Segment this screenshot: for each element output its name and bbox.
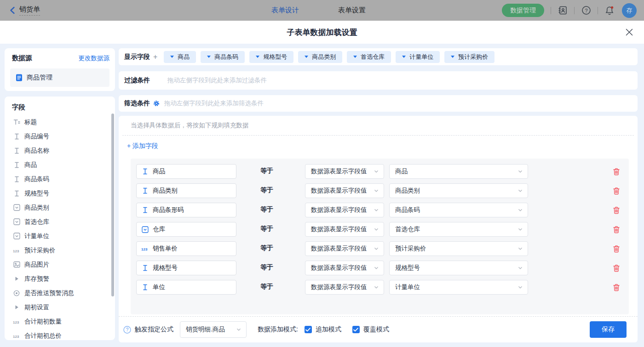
delete-icon[interactable] [613,245,620,253]
datasource-item[interactable]: 商品管理 [10,68,109,87]
mode-checkbox[interactable]: 追加模式 [305,325,341,334]
field-list-item[interactable]: 123合计期初数量 [5,314,115,329]
formula-help-icon[interactable]: ? [123,326,131,334]
rule-value-select[interactable]: 商品 [389,164,528,179]
fields-title: 字段 [12,103,115,112]
rule-source-select[interactable]: 数据源表显示字段值 [305,203,384,217]
field-list-item[interactable]: 库存预警 [5,272,115,286]
fields-scrollbar[interactable] [111,114,114,296]
datasource-card: 数据源 更改数据源 商品管理 [5,48,115,91]
field-list-item[interactable]: 商品编号 [5,129,115,143]
text-field-icon [141,264,149,272]
close-icon[interactable] [626,28,633,36]
rule-field-input[interactable]: 单位 [136,280,236,295]
field-label: 期初设置 [24,303,49,312]
fill-rule-row: 单位等于数据源表显示字段值计量单位 [131,280,629,295]
delete-icon[interactable] [613,168,620,176]
delete-icon[interactable] [613,284,620,291]
sieve-condition-bar[interactable]: 筛选条件 拖动左侧字段到此处来添加筛选条件 [119,95,638,112]
rule-value-select[interactable]: 首选仓库 [389,222,528,237]
text-field-icon [141,206,149,214]
caret-down-icon [256,56,259,58]
field-label: 标题 [24,118,37,126]
display-field-tag[interactable]: 商品条码 [201,51,245,63]
rule-field-label: 商品 [153,167,165,176]
formula-field-select[interactable]: 销货明细.商品 [180,321,247,338]
caret-down-icon [451,56,454,58]
mode-checkbox[interactable]: 覆盖模式 [352,325,389,334]
modal-title: 子表单数据加载设置 [0,21,644,44]
change-datasource-link[interactable]: 更改数据源 [79,54,110,63]
rule-field-input[interactable]: 123销售单价 [136,241,236,256]
svg-text:123: 123 [13,320,19,324]
field-label: 首选仓库 [24,218,49,226]
field-label: 商品条码 [24,175,49,183]
field-list-item[interactable]: 首选仓库 [5,215,115,229]
display-field-tag[interactable]: 商品 [164,51,196,63]
field-list-item[interactable]: 商品类别 [5,200,115,215]
sieve-placeholder: 拖动左侧字段到此处来添加筛选条件 [164,99,264,108]
field-list-item[interactable]: 商品图片 [5,257,115,272]
add-display-field-button[interactable]: + [153,53,157,61]
tab-form-design[interactable]: 表单设计 [271,6,299,15]
chevron-down-icon [518,207,523,213]
rule-field-label: 商品类别 [153,187,178,195]
field-list-item[interactable]: 123预计采购价 [5,243,115,257]
delete-icon[interactable] [613,206,620,214]
delete-icon[interactable] [613,226,620,233]
rule-field-label: 销售单价 [153,245,178,253]
filter-condition-bar[interactable]: 过滤条件 拖动左侧字段到此处来添加过滤条件 [119,71,638,90]
field-label: 规格型号 [24,189,49,198]
rule-value-select[interactable]: 计量单位 [389,280,528,295]
rule-value-select[interactable]: 商品类别 [389,183,528,198]
field-list-item[interactable]: 规格型号 [5,186,115,200]
modal-titlebar: 子表单数据加载设置 [0,21,644,44]
back-nav[interactable]: 销货单 [9,0,40,21]
tab-form-settings[interactable]: 表单设置 [338,6,366,15]
add-field-link[interactable]: + 添加字段 [127,142,158,150]
field-list-item[interactable]: 期初设置 [5,300,115,314]
topbar: 销货单 表单设计 表单设置 数据管理 ? 存 [0,0,644,21]
bell-icon[interactable] [604,6,615,16]
display-field-tag[interactable]: 规格型号 [249,51,293,63]
field-list-item[interactable]: 123合计期初总价 [5,329,115,340]
settings-gear-icon[interactable] [153,100,160,107]
field-list-item[interactable]: 商品名称 [5,143,115,158]
rule-source-select[interactable]: 数据源表显示字段值 [305,222,384,237]
rule-source-select[interactable]: 数据源表显示字段值 [305,280,384,295]
rule-source-select[interactable]: 数据源表显示字段值 [305,261,384,275]
rule-field-input[interactable]: 商品 [136,164,236,179]
field-list-item[interactable]: 标题 [5,115,115,129]
delete-icon[interactable] [613,187,620,195]
save-button[interactable]: 保存 [590,321,627,338]
field-list-item[interactable]: 计量单位 [5,229,115,243]
rule-operator: 等于 [260,205,273,214]
display-field-tag[interactable]: 首选仓库 [347,51,391,63]
rule-source-select[interactable]: 数据源表显示字段值 [305,183,384,198]
display-field-tag[interactable]: 商品类别 [298,51,342,63]
delete-icon[interactable] [613,264,620,272]
avatar[interactable]: 存 [622,3,637,18]
field-list-item[interactable]: 商品条码 [5,172,115,186]
rule-field-input[interactable]: 商品类别 [136,183,236,198]
field-list-item[interactable]: 是否推送预警消息 [5,286,115,300]
rule-value-select[interactable]: 预计采购价 [389,241,528,256]
rule-value-select[interactable]: 商品条码 [389,203,528,217]
group-field-icon [13,304,20,311]
rule-field-input[interactable]: 仓库 [136,222,236,237]
rule-field-input[interactable]: 商品条形码 [136,203,236,217]
rule-source-value: 数据源表显示字段值 [311,167,367,176]
help-icon[interactable]: ? [581,6,591,16]
display-field-tag[interactable]: 计量单位 [396,51,440,63]
field-list-item[interactable]: 商品 [5,158,115,172]
rule-field-input[interactable]: 规格型号 [136,261,236,275]
display-field-tag[interactable]: 预计采购价 [444,51,494,63]
rule-operator: 等于 [260,225,273,233]
rule-value-select[interactable]: 规格型号 [389,261,528,275]
rule-source-select[interactable]: 数据源表显示字段值 [305,241,384,256]
address-book-icon[interactable] [558,6,568,16]
rule-value: 首选仓库 [395,225,420,233]
data-manage-button[interactable]: 数据管理 [502,4,544,17]
rule-source-select[interactable]: 数据源表显示字段值 [305,164,384,179]
datasource-title: 数据源 [12,54,32,63]
